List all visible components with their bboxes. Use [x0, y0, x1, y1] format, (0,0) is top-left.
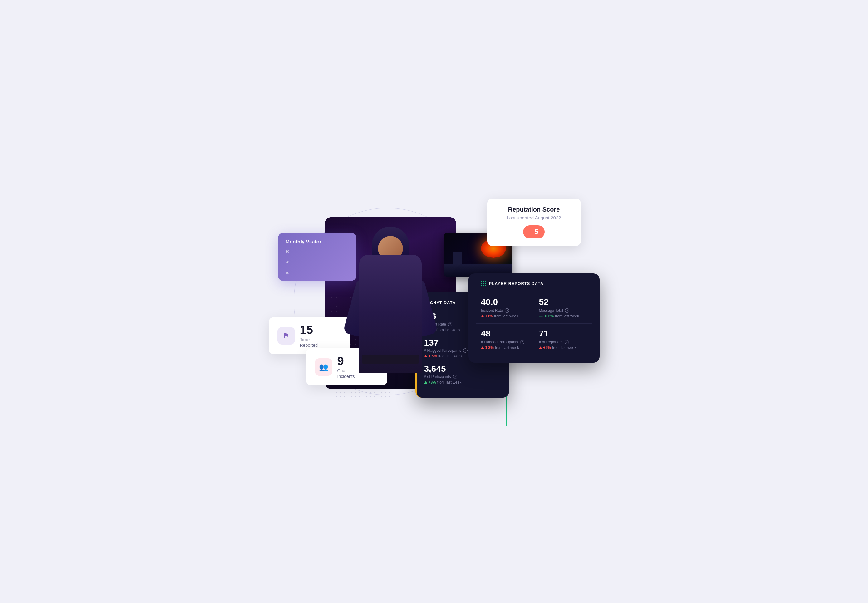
- player-flagged-participants: 48 # Flagged Participants ? 1.3% from la…: [476, 324, 534, 355]
- player-reporters-change: +2% from last week: [539, 345, 587, 350]
- pr-trend-3: [481, 346, 484, 349]
- trend-up-icon-pos: [424, 381, 427, 383]
- player-reports-title: PLAYER REPORTS DATA: [489, 281, 544, 286]
- chat-participants-value: 3,645: [424, 364, 502, 374]
- player-reporters: 71 # of Reporters ? +2% from last week: [534, 324, 592, 355]
- chat-number: 9: [337, 354, 344, 368]
- pr-trend-4: [539, 346, 542, 349]
- player-incident-rate-label: Incident Rate ?: [481, 308, 529, 313]
- chat-participants-label: # of Participants ?: [424, 374, 502, 379]
- player-incident-rate-change: +1% from last week: [481, 314, 529, 319]
- question-icon-1: ?: [448, 322, 452, 326]
- times-info: 15 Times Reported: [300, 323, 318, 348]
- monthly-title: Monthly Visitor: [286, 239, 349, 245]
- chat-label: Chat Incidents: [337, 368, 355, 379]
- player-flagged-label: # Flagged Participants ?: [481, 340, 529, 344]
- times-number: 15: [300, 323, 313, 337]
- monthly-visitor-card: Monthly Visitor 30 20 10: [278, 233, 356, 281]
- trend-up-icon-neg: [424, 355, 427, 357]
- player-flagged-change: 1.3% from last week: [481, 345, 529, 350]
- q-icon-pr1: ?: [505, 308, 509, 313]
- chat-participants: 3,645 # of Participants ? +3% from last …: [424, 364, 502, 385]
- player-incident-rate: 40.0 Incident Rate ? +1% from last week: [476, 292, 534, 324]
- player-message-total-value: 52: [539, 297, 587, 307]
- player-incident-rate-value: 40.0: [481, 297, 529, 307]
- player-stats-grid: 40.0 Incident Rate ? +1% from last week …: [476, 292, 592, 355]
- player-reports-panel: PLAYER REPORTS DATA 40.0 Incident Rate ?…: [468, 274, 599, 363]
- scene: Reputation Score Last updated August 202…: [263, 192, 606, 411]
- bar-label-20: 20: [286, 260, 289, 264]
- grid-icon: [481, 281, 486, 286]
- bar-label-30: 30: [286, 250, 289, 254]
- q-icon-pr2: ?: [565, 308, 569, 313]
- question-icon-2: ?: [463, 348, 468, 353]
- reputation-subtitle: Last updated August 2022: [502, 215, 566, 220]
- q-icon-pr4: ?: [565, 340, 569, 344]
- player-reporters-value: 71: [539, 329, 587, 339]
- reputation-score-badge: ↓ 5: [523, 225, 544, 238]
- player-flagged-value: 48: [481, 329, 529, 339]
- chat-info: 9 Chat Incidents: [337, 354, 355, 379]
- chat-icon-wrap: 👥: [315, 358, 332, 376]
- reputation-title: Reputation Score: [502, 206, 566, 213]
- bar-label-10: 10: [286, 271, 289, 275]
- pr-trend-2: —: [539, 314, 543, 319]
- player-reporters-label: # of Reporters ?: [539, 340, 587, 344]
- question-icon-3: ?: [453, 374, 457, 379]
- flag-icon: ⚑: [283, 331, 290, 340]
- times-label: Times Reported: [300, 337, 318, 348]
- reputation-card: Reputation Score Last updated August 202…: [487, 198, 581, 246]
- q-icon-pr3: ?: [520, 340, 524, 344]
- times-icon-wrap: ⚑: [278, 327, 295, 345]
- reputation-score-value: 5: [534, 228, 538, 236]
- player-message-total-change: — -0.3% from last week: [539, 314, 587, 319]
- score-arrow-icon: ↓: [529, 229, 532, 235]
- people-icon: 👥: [319, 363, 328, 371]
- player-message-total-label: Message Total ?: [539, 308, 587, 313]
- chat-participants-change: +3% from last week: [424, 380, 502, 385]
- chat-panel-title: CHAT DATA: [430, 300, 456, 305]
- bar-chart-labels: 30 20 10: [286, 250, 289, 275]
- player-reports-header: PLAYER REPORTS DATA: [476, 281, 592, 286]
- pr-trend-1: [481, 315, 484, 317]
- bar-chart: [293, 250, 303, 275]
- player-message-total: 52 Message Total ? — -0.3% from last wee…: [534, 292, 592, 324]
